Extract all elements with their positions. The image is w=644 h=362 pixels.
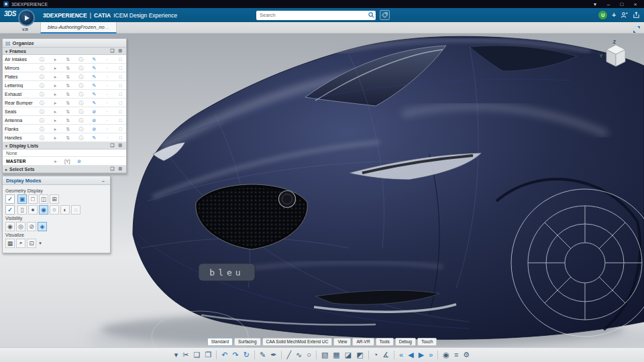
search-icon[interactable] xyxy=(366,12,376,18)
panel-list-icon[interactable]: ❏ xyxy=(109,143,115,148)
pick-icon[interactable] xyxy=(52,118,59,123)
pick-icon[interactable] xyxy=(52,159,59,164)
frame-action-icon[interactable] xyxy=(91,66,98,70)
step-back-button[interactable]: ◀ xyxy=(408,351,413,359)
options-icon[interactable] xyxy=(104,118,111,123)
panel-add-icon[interactable]: ⊞ xyxy=(117,143,123,148)
pick-icon[interactable] xyxy=(52,92,59,97)
user-avatar[interactable]: U xyxy=(598,11,607,19)
vis-all-icon[interactable]: ◉ xyxy=(5,222,15,231)
add-person-icon[interactable] xyxy=(621,11,628,19)
frame-select-checkbox[interactable] xyxy=(117,135,124,140)
info-icon[interactable] xyxy=(38,109,46,114)
options-icon[interactable] xyxy=(104,127,111,131)
separator[interactable] xyxy=(368,351,369,359)
copy-button[interactable]: ❏ xyxy=(194,351,201,359)
info-icon[interactable] xyxy=(38,127,46,131)
options-icon[interactable] xyxy=(104,66,111,70)
panel-list-icon[interactable]: ❏ xyxy=(109,48,115,54)
update-button[interactable]: ↻ xyxy=(244,351,250,359)
frame-action-icon[interactable] xyxy=(91,57,98,62)
box-grid-icon[interactable]: ⊞ xyxy=(50,194,59,204)
workspace-tab[interactable]: Debug xyxy=(395,338,416,346)
go-first-button[interactable]: « xyxy=(399,351,403,359)
options-icon[interactable] xyxy=(104,101,111,105)
frame-select-checkbox[interactable] xyxy=(117,66,124,70)
sphere-half-icon[interactable]: ◐ xyxy=(60,205,70,215)
info-icon[interactable] xyxy=(38,66,46,70)
frame-action-icon[interactable] xyxy=(91,92,98,97)
toolbar-overflow-button[interactable]: ▾ xyxy=(174,351,178,359)
window-menu-button[interactable]: ▾ xyxy=(590,1,600,7)
frame-action-icon[interactable] xyxy=(91,118,98,123)
redo-button[interactable]: ↷ xyxy=(233,351,239,359)
vis-hidden-icon[interactable]: ⊘ xyxy=(27,222,36,231)
master-row[interactable]: MASTER [Y] xyxy=(3,157,126,166)
brush-button[interactable]: ✒ xyxy=(270,351,276,359)
visualize-dropdown-icon[interactable]: ▾ xyxy=(38,241,43,246)
box-split-icon[interactable]: ◫ xyxy=(39,194,48,204)
frame-action-icon[interactable] xyxy=(91,127,98,131)
material-board-icon[interactable]: ▦ xyxy=(5,239,15,248)
geometry-check-icon[interactable]: ✓ xyxy=(5,194,15,204)
go-last-button[interactable]: » xyxy=(429,351,433,359)
frame-select-checkbox[interactable] xyxy=(117,127,124,131)
info-icon[interactable] xyxy=(78,109,85,114)
frame-row[interactable]: Lettering xyxy=(3,81,126,90)
frame-row[interactable]: Rear Bumper xyxy=(3,99,126,107)
axis-y-label[interactable]: Y xyxy=(600,54,603,58)
maximize-button[interactable]: □ xyxy=(616,1,627,7)
panel-add-icon[interactable]: ⊞ xyxy=(117,166,123,172)
info-icon[interactable] xyxy=(38,101,46,105)
frame-select-checkbox[interactable] xyxy=(117,74,124,79)
cylinder-mode-icon[interactable]: ▯ xyxy=(17,205,27,215)
pick-icon[interactable] xyxy=(52,83,59,88)
frame-action-icon[interactable] xyxy=(91,101,98,105)
info-icon[interactable] xyxy=(38,74,46,79)
frame-action-icon[interactable] xyxy=(91,83,98,88)
expand-chevron-icon[interactable]: ▸ xyxy=(5,167,7,172)
reorder-icon[interactable] xyxy=(64,109,72,114)
patch-button[interactable]: ▧ xyxy=(321,351,328,359)
sphere-ghost-icon[interactable]: ◌ xyxy=(71,205,80,215)
info-icon[interactable] xyxy=(78,118,85,123)
reorder-icon[interactable] xyxy=(64,101,72,105)
frame-row[interactable]: Exhaust xyxy=(3,90,126,99)
reorder-icon[interactable] xyxy=(64,83,72,88)
analysis-button[interactable]: ◔ xyxy=(374,351,378,359)
info-icon[interactable] xyxy=(38,57,46,62)
frame-action-icon[interactable] xyxy=(91,135,98,140)
circle-button[interactable]: ○ xyxy=(307,351,311,359)
master-hidden-icon[interactable] xyxy=(76,159,83,164)
frame-select-checkbox[interactable] xyxy=(117,109,124,114)
options-icon[interactable] xyxy=(104,57,111,62)
sphere-shaded-icon[interactable]: ◉ xyxy=(39,205,48,215)
paste-button[interactable]: ❐ xyxy=(205,351,211,359)
options-icon[interactable] xyxy=(104,92,111,97)
separator[interactable] xyxy=(316,351,317,359)
organize-panel-header[interactable]: ▤ Organize xyxy=(3,39,126,48)
mesh-button[interactable]: ▦ xyxy=(333,351,339,359)
close-button[interactable]: × xyxy=(630,1,641,7)
frame-row[interactable]: Plates xyxy=(3,72,126,81)
info-icon[interactable] xyxy=(78,83,85,88)
frame-action-icon[interactable] xyxy=(91,74,98,79)
display-modes-header[interactable]: Display Modes – xyxy=(3,176,110,185)
share-icon[interactable] xyxy=(633,11,640,19)
reorder-icon[interactable] xyxy=(64,135,72,140)
panel-minimize-icon[interactable]: – xyxy=(100,178,107,183)
pick-icon[interactable] xyxy=(52,66,59,70)
frame-action-icon[interactable] xyxy=(91,109,98,114)
info-icon[interactable] xyxy=(38,83,46,88)
frames-section-header[interactable]: ▾ Frames ❏ ⊞ xyxy=(3,48,126,55)
info-icon[interactable] xyxy=(78,57,85,62)
panel-add-icon[interactable]: ⊞ xyxy=(117,48,123,54)
render-output-icon[interactable]: ⊡ xyxy=(27,239,36,248)
reorder-icon[interactable] xyxy=(64,66,72,70)
shading-check-icon[interactable]: ✓ xyxy=(5,205,15,215)
sphere-dark-icon[interactable]: ● xyxy=(28,205,38,215)
info-icon[interactable] xyxy=(78,92,85,97)
options-icon[interactable] xyxy=(104,74,111,79)
play-button[interactable]: ▶ xyxy=(419,351,424,359)
document-tab[interactable]: bleu-AuthoringFrozen_no … xyxy=(40,22,117,34)
